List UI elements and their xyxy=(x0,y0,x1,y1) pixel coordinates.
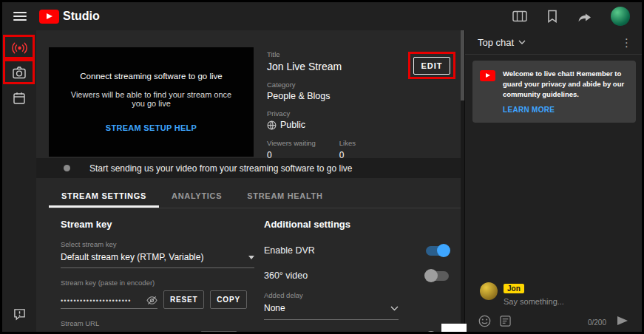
stream-category: People & Blogs xyxy=(267,91,356,101)
enable-dvr-toggle[interactable] xyxy=(426,246,449,256)
stream-info: Title Jon Live Stream Category People & … xyxy=(267,50,356,160)
live-chat-panel: Top chat ⋮ Welcome to live chat! Remembe… xyxy=(464,30,642,332)
share-icon[interactable] xyxy=(577,10,592,22)
chat-menu-icon[interactable]: ⋮ xyxy=(621,37,632,48)
left-sidebar xyxy=(2,30,36,332)
toggle-knob xyxy=(424,331,438,333)
video-360-toggle[interactable] xyxy=(426,271,449,281)
stream-key-section: Stream key Select stream key Default str… xyxy=(61,219,254,332)
stream-url-row: rtmp://a.rtmp.youtube.com/live COPY xyxy=(61,331,254,332)
category-label: Category xyxy=(267,81,356,89)
chat-mode-selector[interactable]: Top chat xyxy=(478,37,514,48)
stream-key-select[interactable]: Default stream key (RTMP, Variable) xyxy=(61,252,254,268)
eye-off-icon[interactable] xyxy=(146,296,157,305)
added-delay-label: Added delay xyxy=(264,291,458,299)
privacy-row: Public xyxy=(267,120,356,130)
learn-more-link[interactable]: LEARN MORE xyxy=(503,106,628,114)
sidebar-item-stream[interactable] xyxy=(2,36,36,60)
bookmark-icon[interactable] xyxy=(546,10,558,23)
top-bar: Studio xyxy=(2,2,642,30)
tab-analytics[interactable]: ANALYTICS xyxy=(159,186,234,208)
horizontal-scrollbar-thumb[interactable] xyxy=(441,324,467,332)
added-delay-select[interactable]: None xyxy=(264,303,399,320)
toggle-knob xyxy=(437,244,450,257)
stream-key-masked-value: •••••••••••••••••••••• xyxy=(61,297,139,304)
sidebar-item-manage[interactable] xyxy=(2,86,36,110)
char-counter: 0/200 xyxy=(588,318,606,327)
sidebar-item-feedback[interactable] xyxy=(2,302,36,326)
stream-url-label: Stream URL xyxy=(61,319,254,327)
tab-bar: STREAM SETTINGS ANALYTICS STREAM HEALTH xyxy=(49,186,462,208)
copy-key-button[interactable]: COPY xyxy=(210,290,247,309)
status-bar: Start sending us your video from your st… xyxy=(36,158,462,178)
stream-title: Jon Live Stream xyxy=(267,61,356,72)
chevron-down-icon xyxy=(390,306,399,311)
select-stream-key-label: Select stream key xyxy=(61,240,254,248)
stream-key-row: •••••••••••••••••••••• RESET COPY xyxy=(61,290,254,309)
poll-icon[interactable] xyxy=(500,316,511,330)
live-stream-icon xyxy=(12,41,27,55)
manage-calendar-icon xyxy=(13,92,26,105)
feedback-icon xyxy=(13,308,26,321)
enable-dvr-label: Enable DVR xyxy=(264,245,315,256)
webcam-icon xyxy=(12,66,27,80)
tab-stream-health[interactable]: STREAM HEALTH xyxy=(234,186,335,208)
chat-input[interactable]: Say something... xyxy=(504,297,564,306)
stream-key-select-value: Default stream key (RTMP, Variable) xyxy=(61,252,203,262)
welcome-message: Welcome to live chat! Remember to guard … xyxy=(503,69,628,99)
globe-icon xyxy=(267,120,277,130)
chevron-down-icon[interactable] xyxy=(518,40,526,44)
likes: Likes 0 xyxy=(339,139,356,160)
tab-stream-settings[interactable]: STREAM SETTINGS xyxy=(49,186,159,208)
stream-key-heading: Stream key xyxy=(61,219,254,230)
chat-welcome-card: Welcome to live chat! Remember to guard … xyxy=(472,61,636,123)
title-label: Title xyxy=(267,50,356,58)
stream-setup-help-link[interactable]: STREAM SETUP HELP xyxy=(106,123,197,132)
stream-key-field[interactable]: •••••••••••••••••••••• xyxy=(61,296,157,309)
viewers-waiting: Viewers waiting 0 xyxy=(267,139,316,160)
reset-button[interactable]: RESET xyxy=(163,290,204,309)
edit-button[interactable]: EDIT xyxy=(413,57,450,75)
youtube-logo xyxy=(39,10,59,24)
send-icon[interactable] xyxy=(617,316,628,329)
toggle-knob xyxy=(424,269,438,282)
video-360-row: 360° video xyxy=(264,270,449,281)
youtube-studio-logo[interactable]: Studio xyxy=(39,10,100,24)
stream-key-field-label: Stream key (paste in encoder) xyxy=(61,279,254,287)
video-360-label: 360° video xyxy=(264,270,308,281)
account-avatar[interactable] xyxy=(611,7,630,26)
chat-username-badge: Jon xyxy=(504,284,524,293)
app-window: Studio Con xyxy=(0,0,644,334)
hamburger-menu-icon[interactable] xyxy=(13,10,27,23)
additional-settings-heading: Additional settings xyxy=(264,219,458,230)
copy-url-button[interactable]: COPY xyxy=(200,331,237,332)
enable-dvr-row: Enable DVR xyxy=(264,245,449,256)
main-panel: Connect streaming software to go live Vi… xyxy=(36,30,462,332)
stream-preview: Connect streaming software to go live Vi… xyxy=(49,47,254,157)
privacy-label: Privacy xyxy=(267,109,356,117)
preview-message: Connect streaming software to go live xyxy=(80,72,222,81)
added-delay-value: None xyxy=(264,303,285,313)
chevron-down-icon xyxy=(248,256,254,259)
topbar-actions xyxy=(512,7,630,26)
chat-header: Top chat ⋮ xyxy=(465,30,642,55)
preview-submessage: Viewers will be able to find your stream… xyxy=(64,90,239,108)
youtube-icon xyxy=(480,70,495,81)
chat-user-avatar xyxy=(480,282,498,300)
status-dot-icon xyxy=(64,165,70,171)
privacy-value: Public xyxy=(280,120,305,130)
sidebar-item-webcam[interactable] xyxy=(2,61,36,84)
status-message: Start sending us your video from your st… xyxy=(89,163,353,174)
additional-settings-section: Additional settings Enable DVR 360° vide… xyxy=(264,219,458,332)
stats-row: Viewers waiting 0 Likes 0 xyxy=(267,139,356,160)
brand-text: Studio xyxy=(63,10,100,23)
emoji-icon[interactable] xyxy=(478,315,491,330)
film-icon[interactable] xyxy=(512,10,527,22)
